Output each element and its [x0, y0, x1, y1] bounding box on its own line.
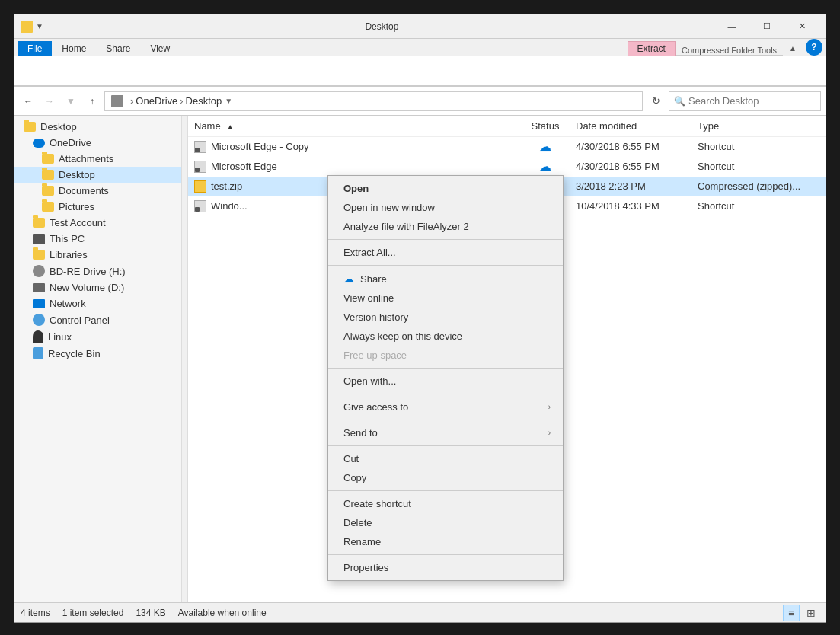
sidebar-item-pictures[interactable]: Pictures — [14, 199, 181, 215]
table-row[interactable]: Microsoft Edge - Copy ☁ 4/30/2018 6:55 P… — [188, 137, 826, 157]
ctx-open-new-window-label: Open in new window — [343, 202, 435, 213]
address-path[interactable]: › OneDrive › Desktop ▼ — [104, 91, 643, 111]
sidebar-item-network[interactable]: Network — [14, 295, 181, 311]
refresh-button[interactable]: ↻ — [646, 91, 666, 111]
ctx-open-with[interactable]: Open with... — [328, 372, 563, 391]
tab-view[interactable]: View — [140, 41, 180, 56]
path-dropdown-chevron[interactable]: ▼ — [225, 97, 232, 105]
ctx-separator-1 — [328, 239, 563, 240]
col-status-label: Status — [532, 120, 560, 132]
sidebar-item-desktop-sub[interactable]: Desktop — [14, 167, 181, 183]
search-input[interactable] — [688, 95, 816, 107]
recycle-icon — [33, 347, 43, 359]
sidebar-item-label: Desktop — [59, 169, 95, 180]
ctx-cut[interactable]: Cut — [328, 449, 563, 468]
maximize-button[interactable]: ☐ — [749, 14, 784, 39]
path-onedrive: OneDrive — [136, 95, 177, 107]
sidebar-item-recycle-bin[interactable]: Recycle Bin — [14, 345, 181, 362]
sidebar-item-control-panel[interactable]: Control Panel — [14, 311, 181, 328]
ctx-give-access-arrow: › — [548, 403, 551, 411]
sidebar-item-test-account[interactable]: Test Account — [14, 215, 181, 231]
file-type-cell: Shortcut — [698, 141, 819, 152]
shortcut-icon — [194, 141, 206, 153]
folder-icon — [42, 154, 54, 164]
close-button[interactable]: ✕ — [784, 14, 819, 39]
file-type-cell: Shortcut — [698, 161, 819, 172]
ctx-open-new-window[interactable]: Open in new window — [328, 198, 563, 217]
ctx-send-to-label: Send to — [343, 427, 378, 439]
col-header-date[interactable]: Date modified — [576, 120, 698, 132]
sidebar-item-label: Linux — [48, 331, 72, 343]
ribbon: File Home Share View Extract Compressed … — [14, 39, 826, 87]
file-type-cell: Shortcut — [698, 200, 819, 212]
ctx-send-to[interactable]: Send to › — [328, 423, 563, 442]
sidebar-item-linux[interactable]: Linux — [14, 328, 181, 345]
sidebar-item-libraries[interactable]: Libraries — [14, 247, 181, 263]
ctx-share[interactable]: ☁ Share — [328, 269, 563, 289]
path-desktop: Desktop — [186, 95, 222, 107]
ctx-analyze[interactable]: Analyze file with FileAlyzer 2 — [328, 217, 563, 236]
ctx-version-history-label: Version history — [343, 311, 408, 323]
back-button[interactable]: ← — [19, 92, 37, 110]
minimize-button[interactable]: — — [714, 14, 749, 39]
sidebar-item-label: New Volume (D:) — [50, 282, 124, 293]
sidebar-item-label: OneDrive — [50, 137, 91, 148]
forward-button[interactable]: → — [40, 92, 59, 110]
sidebar-item-desktop[interactable]: Desktop — [14, 119, 181, 135]
sidebar-item-bd-drive[interactable]: BD-RE Drive (H:) — [14, 263, 181, 279]
ctx-separator-8 — [328, 554, 563, 555]
selected-info: 1 item selected — [62, 608, 124, 618]
recent-locations-button[interactable]: ▼ — [62, 92, 80, 110]
sidebar-item-label: Attachments — [59, 153, 113, 164]
ribbon-collapse-button[interactable]: ▲ — [783, 41, 803, 56]
ribbon-tabs-row: File Home Share View Extract Compressed … — [14, 39, 826, 56]
folder-icon — [42, 202, 54, 212]
ctx-free-up-space: Free up space — [328, 346, 563, 365]
onedrive-icon — [33, 139, 45, 148]
tab-home[interactable]: Home — [52, 41, 96, 56]
sidebar-item-label: This PC — [50, 233, 85, 244]
ctx-extract-all-label: Extract All... — [343, 247, 396, 258]
ctx-view-online[interactable]: View online — [328, 289, 563, 308]
ctx-version-history[interactable]: Version history — [328, 308, 563, 327]
sidebar-item-new-volume[interactable]: New Volume (D:) — [14, 279, 181, 295]
table-row[interactable]: Microsoft Edge ☁ 4/30/2018 6:55 PM Short… — [188, 157, 826, 177]
sidebar-resize-handle[interactable] — [182, 116, 188, 602]
sidebar-item-onedrive[interactable]: OneDrive — [14, 135, 181, 151]
file-date-cell: 3/2018 2:23 PM — [576, 180, 698, 192]
ctx-create-shortcut-label: Create shortcut — [343, 498, 411, 509]
ctx-send-to-arrow: › — [548, 429, 551, 437]
sidebar-item-this-pc[interactable]: This PC — [14, 231, 181, 247]
col-header-type[interactable]: Type — [698, 120, 819, 132]
list-view-button[interactable]: ≡ — [783, 605, 800, 621]
ctx-rename[interactable]: Rename — [328, 532, 563, 551]
up-button[interactable]: ↑ — [83, 92, 101, 110]
help-button[interactable]: ? — [806, 39, 822, 56]
ctx-open-label: Open — [343, 183, 369, 194]
availability-info: Available when online — [178, 608, 267, 618]
ctx-free-up-space-label: Free up space — [343, 349, 407, 361]
ctx-delete[interactable]: Delete — [328, 513, 563, 532]
ctx-properties[interactable]: Properties — [328, 558, 563, 577]
ctx-properties-label: Properties — [343, 562, 388, 573]
ctx-create-shortcut[interactable]: Create shortcut — [328, 494, 563, 513]
sidebar-item-label: Test Account — [50, 217, 106, 228]
ctx-copy[interactable]: Copy — [328, 468, 563, 487]
sidebar-item-documents[interactable]: Documents — [14, 183, 181, 199]
folder-icon — [24, 122, 36, 132]
ctx-open[interactable]: Open — [328, 179, 563, 198]
sidebar-item-label: Recycle Bin — [48, 348, 101, 359]
col-header-status[interactable]: Status — [515, 120, 576, 132]
folder-icon — [42, 186, 54, 196]
tab-share[interactable]: Share — [96, 41, 140, 56]
window-controls: — ☐ ✕ — [714, 14, 819, 39]
sidebar-item-attachments[interactable]: Attachments — [14, 151, 181, 167]
col-header-name[interactable]: Name ▲ — [194, 120, 515, 132]
details-view-button[interactable]: ⊞ — [803, 605, 819, 621]
ctx-give-access[interactable]: Give access to › — [328, 397, 563, 416]
folder-icon — [33, 218, 45, 228]
ctx-always-keep[interactable]: Always keep on this device — [328, 327, 563, 346]
ctx-extract-all[interactable]: Extract All... — [328, 243, 563, 262]
tab-extract[interactable]: Extract — [628, 41, 676, 56]
tab-file[interactable]: File — [18, 41, 52, 56]
